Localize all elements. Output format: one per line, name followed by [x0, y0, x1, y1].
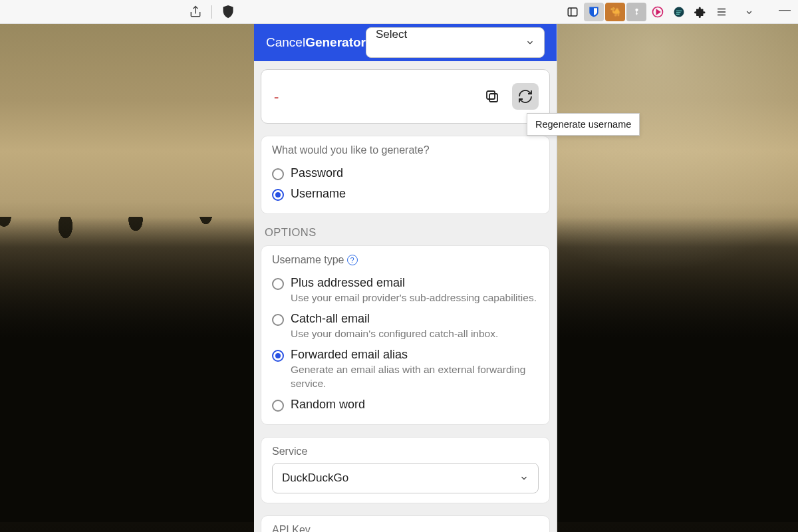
- toolbar-left: [186, 3, 237, 21]
- svg-rect-9: [489, 94, 497, 102]
- radio-catchall[interactable]: Catch-all email Use your domain's config…: [272, 309, 539, 344]
- radio-plus-desc: Use your email provider's sub-addressing…: [291, 291, 537, 305]
- api-key-card: API Key: [261, 515, 550, 532]
- service-select[interactable]: DuckDuckGo: [272, 463, 539, 493]
- username-type-label: Username type?: [272, 254, 539, 266]
- radio-password-label: Password: [291, 166, 343, 180]
- radio-forwarded-label: Forwarded email alias: [291, 348, 539, 362]
- radio-username-indicator: [272, 189, 284, 201]
- extension-camel-icon[interactable]: 🐪: [605, 3, 625, 21]
- radio-password[interactable]: Password: [272, 163, 539, 184]
- radio-forwarded[interactable]: Forwarded email alias Generate an email …: [272, 344, 539, 394]
- generate-type-card: What would you like to generate? Passwor…: [261, 136, 550, 214]
- service-label: Service: [272, 446, 539, 458]
- help-icon[interactable]: ?: [347, 255, 358, 265]
- radio-random-indicator: [272, 400, 284, 412]
- window-expand-button[interactable]: ⌄: [741, 3, 757, 17]
- window-controls: ⌄ —: [741, 3, 793, 17]
- popup-title: Generator: [305, 35, 366, 50]
- api-key-label: API Key: [272, 524, 539, 532]
- extension-key-icon[interactable]: [626, 3, 646, 21]
- browser-toolbar: 🐪 ⌄ —: [0, 0, 798, 24]
- toolbar-divider: [211, 5, 212, 19]
- radio-plus-indicator: [272, 278, 284, 290]
- username-type-card: Username type? Plus addressed email Use …: [261, 245, 550, 425]
- radio-random-word[interactable]: Random word: [272, 394, 539, 415]
- svg-marker-4: [656, 9, 660, 14]
- radio-plus-label: Plus addressed email: [291, 276, 537, 290]
- svg-rect-0: [568, 8, 577, 16]
- select-button[interactable]: Select: [366, 27, 545, 58]
- radio-forwarded-desc: Generate an email alias with an external…: [291, 363, 539, 391]
- radio-random-label: Random word: [291, 398, 365, 412]
- bitwarden-extension-icon[interactable]: [584, 3, 604, 21]
- popup-body[interactable]: - What would you like to generate? Passw…: [254, 61, 557, 532]
- generated-actions: [479, 83, 539, 110]
- cancel-button[interactable]: Cancel: [266, 35, 305, 50]
- generated-output-box: -: [261, 69, 550, 124]
- svg-rect-10: [487, 91, 495, 99]
- window-minimize-button[interactable]: —: [777, 3, 793, 17]
- generate-type-question: What would you like to generate?: [272, 144, 539, 156]
- radio-catchall-desc: Use your domain's configured catch-all i…: [291, 327, 498, 341]
- radio-forwarded-indicator: [272, 350, 284, 362]
- popup-header: Cancel Generator Select: [254, 24, 557, 61]
- regenerate-button[interactable]: [512, 83, 539, 110]
- app-menu-icon[interactable]: [712, 3, 732, 21]
- service-card: Service DuckDuckGo: [261, 437, 550, 503]
- generated-value: -: [272, 88, 281, 105]
- svg-point-2: [635, 9, 638, 11]
- radio-plus-addressed[interactable]: Plus addressed email Use your email prov…: [272, 273, 539, 309]
- extensions-puzzle-icon[interactable]: [690, 3, 710, 21]
- radio-username-label: Username: [291, 187, 346, 201]
- share-icon[interactable]: [186, 3, 205, 21]
- brave-shield-icon[interactable]: [219, 3, 237, 21]
- svg-point-5: [674, 7, 684, 17]
- radio-catchall-label: Catch-all email: [291, 312, 498, 326]
- generator-popup: Cancel Generator Select - What would you…: [254, 24, 557, 532]
- extensions-tray: 🐪: [563, 3, 732, 21]
- sidepanel-icon[interactable]: [563, 3, 583, 21]
- extension-circle-play-icon[interactable]: [648, 3, 668, 21]
- radio-catchall-indicator: [272, 314, 284, 326]
- radio-username[interactable]: Username: [272, 184, 539, 204]
- options-heading: OPTIONS: [265, 226, 546, 239]
- radio-password-indicator: [272, 168, 284, 180]
- copy-button[interactable]: [479, 83, 505, 110]
- extension-disc-icon[interactable]: [669, 3, 689, 21]
- regenerate-tooltip: Regenerate username: [527, 113, 640, 136]
